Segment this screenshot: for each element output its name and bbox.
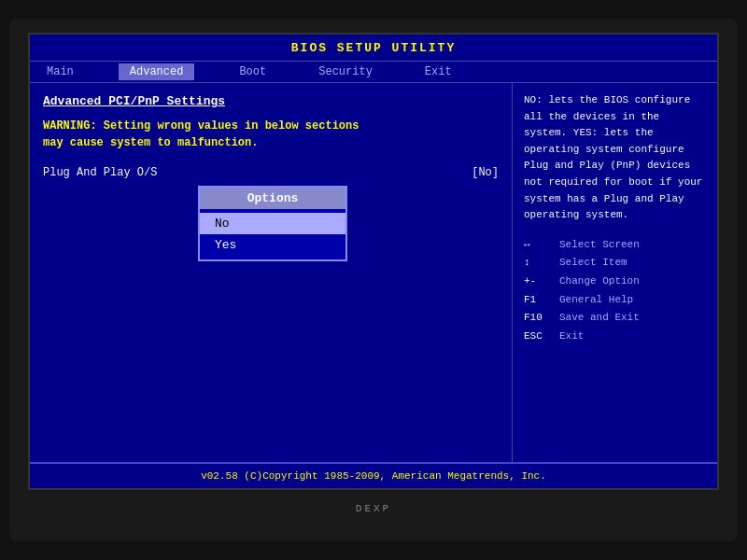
content-area: Advanced PCI/PnP Settings WARNING: Setti… xyxy=(30,83,717,462)
key-row-f10: F10 Save and Exit xyxy=(524,310,706,327)
key-action-f10: Save and Exit xyxy=(559,310,640,327)
tab-exit[interactable]: Exit xyxy=(417,63,459,80)
tab-boot[interactable]: Boot xyxy=(232,63,274,80)
key-f10: F10 xyxy=(524,310,552,327)
setting-name: Plug And Play O/S xyxy=(43,166,157,179)
monitor-bezel: BIOS SETUP UTILITY Main Advanced Boot Se… xyxy=(9,19,738,541)
monitor-brand: DEXP xyxy=(356,490,391,527)
warning-line1: WARNING: Setting wrong values in below s… xyxy=(43,119,359,133)
tab-main[interactable]: Main xyxy=(39,63,81,80)
key-row-f1: F1 General Help xyxy=(524,292,706,309)
key-help: ↔ Select Screen ↕ Select Item +- Change … xyxy=(524,237,706,345)
key-row-screen: ↔ Select Screen xyxy=(524,237,706,254)
right-panel: NO: lets the BIOS configure all the devi… xyxy=(512,83,717,462)
key-plusminus: +- xyxy=(524,273,552,290)
options-popup: Options No Yes xyxy=(198,186,347,261)
key-f1: F1 xyxy=(524,292,552,309)
key-action-change: Change Option xyxy=(559,273,640,290)
warning-text: WARNING: Setting wrong values in below s… xyxy=(43,118,499,151)
key-action-screen: Select Screen xyxy=(559,237,640,254)
key-row-change: +- Change Option xyxy=(524,273,706,290)
option-yes[interactable]: Yes xyxy=(200,234,345,256)
bios-screen: BIOS SETUP UTILITY Main Advanced Boot Se… xyxy=(28,33,719,490)
option-no[interactable]: No xyxy=(200,213,345,234)
key-arrows: ↔ xyxy=(524,237,552,254)
setting-row-pnp: Plug And Play O/S [No] xyxy=(43,166,499,179)
warning-line2: may cause system to malfunction. xyxy=(43,136,258,149)
options-list: No Yes xyxy=(200,209,345,259)
tab-advanced[interactable]: Advanced xyxy=(119,63,195,80)
menu-tabs: Main Advanced Boot Security Exit xyxy=(30,62,717,83)
help-text: NO: lets the BIOS configure all the devi… xyxy=(524,92,706,224)
left-panel: Advanced PCI/PnP Settings WARNING: Setti… xyxy=(30,83,512,462)
key-action-item: Select Item xyxy=(559,255,627,272)
utility-title: BIOS SETUP UTILITY xyxy=(291,41,456,55)
status-bar: v02.58 (C)Copyright 1985-2009, American … xyxy=(30,462,717,488)
key-action-esc: Exit xyxy=(559,329,584,345)
key-esc: ESC xyxy=(524,329,552,345)
section-title: Advanced PCI/PnP Settings xyxy=(43,94,499,108)
setting-value: [No] xyxy=(472,166,499,179)
key-action-f1: General Help xyxy=(559,292,633,309)
title-bar: BIOS SETUP UTILITY xyxy=(30,35,717,62)
key-updown: ↕ xyxy=(524,255,552,272)
key-row-esc: ESC Exit xyxy=(524,329,706,345)
options-header: Options xyxy=(200,188,345,209)
key-row-item: ↕ Select Item xyxy=(524,255,706,272)
tab-security[interactable]: Security xyxy=(311,63,380,80)
copyright-text: v02.58 (C)Copyright 1985-2009, American … xyxy=(201,470,546,482)
